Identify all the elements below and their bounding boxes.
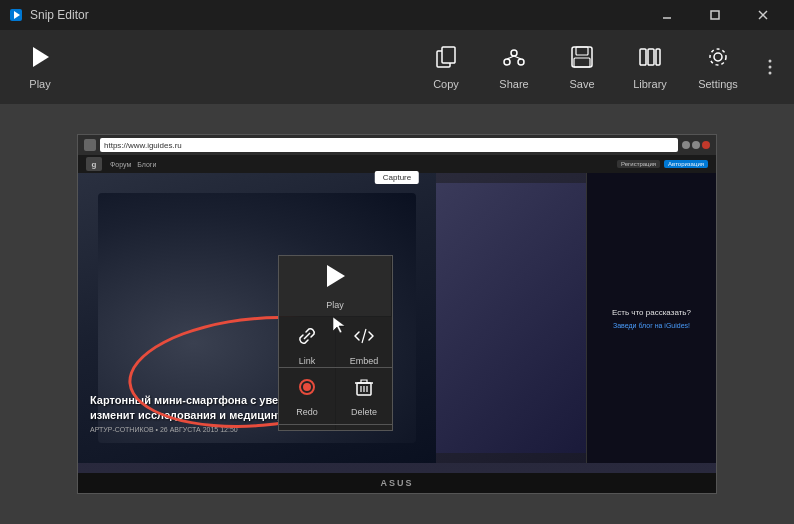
main-content: https://www.iguides.ru Capture g Форум Б… [0, 104, 794, 524]
share-icon [501, 44, 527, 74]
popup-redo-button[interactable]: Redo [279, 368, 335, 424]
browser-min [682, 141, 690, 149]
browser-favicon [84, 139, 96, 151]
save-button[interactable]: Save [550, 35, 614, 99]
popup-redo-label: Redo [296, 407, 318, 417]
action-popup: Redo Delete [278, 367, 393, 425]
blog-promo-text2: Заведи блог на iGuides! [613, 322, 690, 329]
site-logo: g [86, 157, 102, 171]
settings-label: Settings [698, 78, 738, 90]
library-icon [637, 44, 663, 74]
browser-close [702, 141, 710, 149]
svg-point-31 [303, 383, 311, 391]
blog-promo-text1: Есть что рассказать? [612, 307, 691, 319]
popup-delete-label: Delete [351, 407, 377, 417]
popup-link-label: Link [299, 356, 316, 366]
svg-point-9 [511, 50, 517, 56]
capture-button[interactable]: Capture [375, 171, 419, 184]
popup-redo-icon [296, 376, 318, 403]
svg-point-22 [769, 60, 772, 63]
svg-point-24 [769, 72, 772, 75]
app-icon [8, 7, 24, 23]
title-bar: Snip Editor [0, 0, 794, 30]
nav-links: Форум Блоги [110, 161, 156, 168]
site-auth: Регистрация Авторизация [617, 160, 708, 168]
svg-point-10 [504, 59, 510, 65]
popup-delete-icon [353, 376, 375, 403]
maximize-button[interactable] [692, 0, 738, 30]
popup-embed-button[interactable]: Embed [336, 317, 392, 373]
browser-bar: https://www.iguides.ru [78, 135, 716, 155]
app-title: Snip Editor [30, 8, 89, 22]
popup-play-icon [321, 262, 349, 296]
svg-point-23 [769, 66, 772, 69]
svg-line-12 [507, 56, 514, 59]
popup-embed-label: Embed [350, 356, 379, 366]
article-bg: Есть что рассказать? Заведи блог на iGui… [78, 173, 716, 493]
play-button[interactable]: Play [8, 35, 72, 99]
browser-window-controls [682, 141, 710, 149]
svg-marker-25 [327, 265, 345, 287]
svg-point-11 [518, 59, 524, 65]
svg-rect-18 [648, 49, 654, 65]
popup-link-icon [296, 325, 318, 352]
popup-delete-button[interactable]: Delete [336, 368, 392, 424]
svg-rect-19 [656, 49, 660, 65]
site-footer: ASUS [78, 473, 716, 493]
title-bar-left: Snip Editor [8, 7, 89, 23]
popup-link-button[interactable]: Link [279, 317, 335, 373]
toolbar: Play Copy Share [0, 30, 794, 104]
save-icon [569, 44, 595, 74]
library-button[interactable]: Library [618, 35, 682, 99]
popup-play-label: Play [326, 300, 344, 310]
title-bar-controls [644, 0, 786, 30]
settings-button[interactable]: Settings [686, 35, 750, 99]
share-label: Share [499, 78, 528, 90]
browser-address-text: https://www.iguides.ru [104, 141, 182, 150]
library-label: Library [633, 78, 667, 90]
play-icon [27, 44, 53, 74]
share-button[interactable]: Share [482, 35, 546, 99]
save-label: Save [569, 78, 594, 90]
auth-register: Регистрация [617, 160, 660, 168]
nav-forum: Форум [110, 161, 131, 168]
svg-rect-17 [640, 49, 646, 65]
popup-play-button[interactable]: Play [279, 256, 391, 316]
blog-promo-panel: Есть что рассказать? Заведи блог на iGui… [586, 173, 716, 463]
screenshot-container: https://www.iguides.ru Capture g Форум Б… [77, 134, 717, 494]
svg-line-13 [514, 56, 521, 59]
laptop-area [436, 173, 586, 463]
copy-icon [433, 44, 459, 74]
copy-button[interactable]: Copy [414, 35, 478, 99]
svg-line-26 [362, 329, 366, 343]
asus-logo: ASUS [380, 478, 413, 488]
svg-rect-16 [574, 58, 590, 67]
svg-rect-8 [442, 47, 455, 63]
copy-label: Copy [433, 78, 459, 90]
svg-point-20 [714, 53, 722, 61]
svg-point-21 [710, 49, 726, 65]
settings-icon [705, 44, 731, 74]
close-button[interactable] [740, 0, 786, 30]
browser-address: https://www.iguides.ru [100, 138, 678, 152]
svg-rect-14 [572, 47, 592, 67]
play-label: Play [29, 78, 50, 90]
svg-rect-3 [711, 11, 719, 19]
website-content: Capture g Форум Блоги Регистрация Автори… [78, 155, 716, 493]
nav-blogs: Блоги [137, 161, 156, 168]
popup-embed-icon [353, 325, 375, 352]
auth-login: Авторизация [664, 160, 708, 168]
svg-rect-15 [576, 47, 588, 55]
more-button[interactable] [754, 35, 786, 99]
minimize-button[interactable] [644, 0, 690, 30]
svg-marker-6 [33, 47, 49, 67]
browser-max [692, 141, 700, 149]
